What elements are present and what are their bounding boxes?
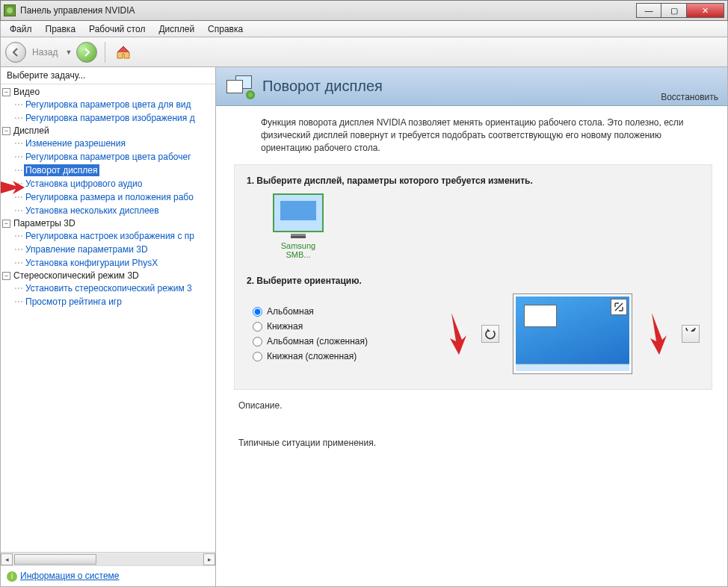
arrow-right-icon	[81, 47, 92, 58]
back-history-dropdown[interactable]: ▼	[64, 49, 73, 56]
display-tile[interactable]: Samsung SMB...	[268, 193, 329, 259]
orientation-portrait-flipped[interactable]: Книжная (сложенная)	[253, 351, 368, 361]
tree-item-size-position[interactable]: Регулировка размера и положения рабо	[24, 191, 195, 203]
home-button[interactable]	[113, 42, 134, 63]
titlebar: Панель управления NVIDIA — ▢ ✕	[0, 0, 728, 21]
page-banner: Поворот дисплея Восстановить	[216, 67, 727, 106]
settings-panel: 1. Выберите дисплей, параметры которого …	[234, 164, 712, 390]
usage-heading: Типичные ситуации применения.	[216, 435, 727, 454]
monitors-icon	[226, 75, 253, 98]
orientation-radios: Альбомная Книжная Альбомная (сложенная) …	[247, 306, 368, 361]
description-heading: Описание.	[216, 397, 727, 417]
minimize-button[interactable]: —	[636, 3, 661, 18]
tree-cat-3d[interactable]: Параметры 3D	[13, 218, 75, 229]
scroll-right-button[interactable]: ▸	[203, 553, 215, 565]
maximize-button[interactable]: ▢	[661, 3, 687, 18]
diagonal-arrows-icon	[613, 301, 625, 313]
page-description: Функция поворота дисплея NVIDIA позволяе…	[216, 106, 727, 161]
rotate-ccw-button[interactable]	[481, 325, 499, 343]
red-arrow-left-annotation	[445, 311, 468, 356]
task-tree: −Видео ⋯Регулировка параметров цвета для…	[1, 84, 215, 552]
tree-cat-video[interactable]: Видео	[13, 87, 40, 97]
scroll-thumb[interactable]	[14, 554, 96, 565]
orientation-landscape[interactable]: Альбомная	[253, 306, 368, 317]
menu-edit[interactable]: Правка	[40, 22, 82, 36]
menu-desktop[interactable]: Рабочий стол	[83, 22, 151, 36]
back-label: Назад	[29, 47, 61, 58]
sidebar: Выберите задачу... −Видео ⋯Регулировка п…	[1, 67, 216, 586]
tree-item-game-rating[interactable]: Просмотр рейтинга игр	[24, 296, 123, 308]
orientation-landscape-flipped[interactable]: Альбомная (сложенная)	[253, 336, 368, 347]
info-icon: i	[7, 571, 17, 582]
content-pane: Поворот дисплея Восстановить Функция пов…	[216, 67, 727, 586]
menubar: Файл Правка Рабочий стол Дисплей Справка	[0, 21, 728, 37]
scroll-left-button[interactable]: ◂	[1, 553, 13, 565]
menu-display[interactable]: Дисплей	[152, 22, 200, 36]
tree-cat-stereo[interactable]: Стереоскопический режим 3D	[13, 270, 139, 281]
reset-rotation-button[interactable]	[611, 299, 627, 315]
tree-cat-display[interactable]: Дисплей	[13, 125, 49, 136]
tree-toggle-video[interactable]: −	[2, 88, 10, 96]
toolbar-separator	[105, 42, 105, 63]
scroll-track[interactable]	[13, 553, 203, 565]
tree-item-digital-audio[interactable]: Установка цифрового аудио	[24, 178, 144, 190]
menu-file[interactable]: Файл	[4, 22, 38, 36]
tree-item-multi-display[interactable]: Установка нескольких дисплеев	[24, 205, 161, 217]
arrow-left-icon	[10, 47, 21, 58]
menu-help[interactable]: Справка	[202, 22, 249, 36]
tree-toggle-stereo[interactable]: −	[2, 272, 10, 280]
red-arrow-right-annotation	[646, 311, 668, 356]
close-button[interactable]: ✕	[687, 3, 724, 18]
tree-toggle-display[interactable]: −	[2, 127, 10, 135]
tree-toggle-3d[interactable]: −	[2, 220, 10, 228]
tree-item-3d-manage[interactable]: Управление параметрами 3D	[24, 243, 149, 255]
rotate-ccw-icon	[484, 328, 496, 340]
display-name: Samsung SMB...	[268, 241, 329, 259]
rotate-cw-icon	[685, 328, 697, 340]
toolbar: Назад ▼	[0, 37, 728, 67]
back-button[interactable]	[5, 42, 26, 63]
page-title: Поворот дисплея	[262, 78, 383, 95]
tree-item-rotate-display[interactable]: Поворот дисплея	[24, 164, 99, 176]
home-icon	[115, 44, 132, 60]
task-header: Выберите задачу...	[1, 67, 215, 84]
system-info: iИнформация о системе	[1, 565, 215, 586]
orientation-portrait[interactable]: Книжная	[253, 321, 368, 332]
window-title: Панель управления NVIDIA	[20, 5, 636, 16]
step2-label: 2. Выберите ориентацию.	[247, 276, 700, 286]
tree-item-physx[interactable]: Установка конфигурации PhysX	[24, 257, 159, 269]
step1-label: 1. Выберите дисплей, параметры которого …	[247, 176, 700, 186]
tree-item-stereo-setup[interactable]: Установить стереоскопический режим 3	[24, 282, 194, 294]
tree-item-video-color[interactable]: Регулировка параметров цвета для вид	[24, 99, 192, 111]
tree-item-desktop-color[interactable]: Регулировка параметров цвета рабочег	[24, 151, 193, 163]
rotate-cw-button[interactable]	[682, 325, 700, 343]
monitor-icon	[273, 193, 324, 232]
restore-link[interactable]: Восстановить	[661, 92, 718, 102]
tree-item-resolution[interactable]: Изменение разрешения	[24, 137, 127, 149]
forward-button[interactable]	[76, 42, 97, 63]
tree-item-video-image[interactable]: Регулировка параметров изображения д	[24, 112, 197, 124]
sidebar-hscrollbar[interactable]: ◂ ▸	[1, 552, 215, 565]
system-info-link[interactable]: Информация о системе	[20, 571, 119, 581]
tree-item-3d-image[interactable]: Регулировка настроек изображения с пр	[24, 230, 196, 242]
nvidia-app-icon	[4, 4, 16, 16]
orientation-preview	[513, 294, 632, 374]
